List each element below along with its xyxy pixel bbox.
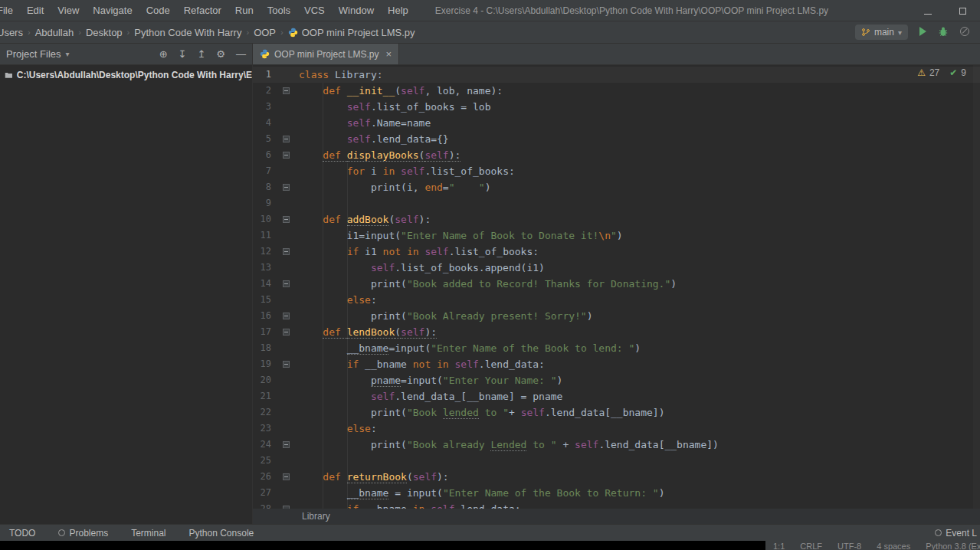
fold-icon[interactable] xyxy=(283,87,290,94)
line-number[interactable]: 23 xyxy=(253,421,271,437)
line-number[interactable]: 24 xyxy=(253,437,271,453)
fold-icon[interactable] xyxy=(283,248,290,255)
code-text[interactable]: i1=input("Enter Name of Book to Donate i… xyxy=(299,228,980,244)
code-line[interactable]: 22 print("Book lended to "+ self.lend_da… xyxy=(253,404,980,421)
code-text[interactable]: if __bname in self.lend_data: xyxy=(299,501,980,509)
indent-widget[interactable]: 4 spaces xyxy=(877,541,910,550)
line-number[interactable]: 14 xyxy=(253,276,271,292)
fold-icon[interactable] xyxy=(283,441,290,448)
gear-icon[interactable]: ⚙ xyxy=(216,48,225,60)
collapse-all-icon[interactable]: ↥ xyxy=(197,48,205,60)
line-number[interactable]: 21 xyxy=(253,388,271,404)
code-text[interactable]: def lendBook(self): xyxy=(299,324,980,340)
line-number[interactable]: 7 xyxy=(253,163,271,179)
menu-vcs[interactable]: VCS xyxy=(297,5,332,16)
fold-icon[interactable] xyxy=(283,506,290,509)
menu-edit[interactable]: Edit xyxy=(20,5,51,16)
problems-button[interactable]: Problems xyxy=(58,528,108,539)
code-line[interactable]: 1class Library: xyxy=(253,67,980,83)
code-line[interactable]: 16 print("Book Already present! Sorry!") xyxy=(253,308,980,324)
code-line[interactable]: 24 print("Book already Lended to " + sel… xyxy=(253,437,980,453)
fold-icon[interactable] xyxy=(283,136,290,142)
line-number[interactable]: 9 xyxy=(253,195,271,211)
chevron-down-icon[interactable]: ▾ xyxy=(66,50,70,58)
code-text[interactable]: print("Book added to Record! Thanks for … xyxy=(299,276,980,292)
code-text[interactable]: self.list_of_books = lob xyxy=(299,99,980,115)
line-number[interactable]: 5 xyxy=(253,131,271,147)
code-text[interactable]: self.Name=name xyxy=(299,115,980,131)
code-line[interactable]: 8 print(i, end=" ") xyxy=(253,179,980,195)
breadcrumb-class-library[interactable]: Library xyxy=(302,511,330,522)
encoding-widget[interactable]: UTF-8 xyxy=(837,541,861,550)
code-text[interactable]: self.lend_data={} xyxy=(299,131,980,147)
fold-icon[interactable] xyxy=(283,361,290,368)
close-icon[interactable]: × xyxy=(386,48,392,60)
line-number[interactable]: 16 xyxy=(253,308,271,324)
code-text[interactable]: class Library: xyxy=(299,67,980,83)
debug-button[interactable] xyxy=(938,26,949,39)
code-line[interactable]: 27 __bname = input("Enter Name of the Bo… xyxy=(253,485,980,501)
line-number[interactable]: 2 xyxy=(253,83,271,99)
line-number[interactable]: 26 xyxy=(253,469,271,485)
line-number[interactable]: 1 xyxy=(253,67,271,83)
python-console-button[interactable]: Python Console xyxy=(189,528,254,539)
line-separator-widget[interactable]: CRLF xyxy=(800,541,822,550)
code-line[interactable]: 11 i1=input("Enter Name of Book to Donat… xyxy=(253,228,980,244)
menu-help[interactable]: Help xyxy=(381,5,415,16)
code-line[interactable]: 3 self.list_of_books = lob xyxy=(253,99,980,115)
code-line[interactable]: 26 def returnBook(self): xyxy=(253,469,980,485)
line-number[interactable]: 28 xyxy=(253,501,271,509)
tab-oop-mini-project-lms[interactable]: OOP mini Project LMS.py × xyxy=(253,44,399,64)
code-line[interactable]: 25 xyxy=(253,453,980,469)
code-text[interactable] xyxy=(299,453,980,469)
caret-position-widget[interactable]: 1:1 xyxy=(773,541,785,550)
code-text[interactable]: self.lend_data_[__bname] = pname xyxy=(299,388,980,404)
code-text[interactable]: else: xyxy=(299,421,980,437)
fold-icon[interactable] xyxy=(283,329,290,336)
line-number[interactable]: 15 xyxy=(253,292,271,308)
code-text[interactable]: def displayBooks(self): xyxy=(299,147,980,163)
code-line[interactable]: 20 pname=input("Enter Your Name: ") xyxy=(253,372,980,388)
line-number[interactable]: 25 xyxy=(253,453,271,469)
menu-window[interactable]: Window xyxy=(332,5,381,16)
code-line[interactable]: 14 print("Book added to Record! Thanks f… xyxy=(253,276,980,292)
line-number[interactable]: 27 xyxy=(253,485,271,501)
line-number[interactable]: 4 xyxy=(253,115,271,131)
menu-refactor[interactable]: Refactor xyxy=(177,5,228,16)
code-line[interactable]: 9 xyxy=(253,195,980,211)
git-branch-selector[interactable]: main ▾ xyxy=(855,25,908,40)
line-number[interactable]: 17 xyxy=(253,324,271,340)
breadcrumb-current-file[interactable]: OOP mini Project LMS.py xyxy=(284,27,419,38)
line-number[interactable]: 6 xyxy=(253,147,271,163)
code-text[interactable]: print("Book lended to "+ self.lend_data[… xyxy=(299,404,980,421)
code-text[interactable]: __bname = input("Enter Name of the Book … xyxy=(299,485,980,501)
code-line[interactable]: 6 def displayBooks(self): xyxy=(253,147,980,163)
todo-button[interactable]: TODO xyxy=(9,528,35,539)
menu-run[interactable]: Run xyxy=(228,5,261,16)
fold-icon[interactable] xyxy=(283,152,290,159)
fold-icon[interactable] xyxy=(283,184,290,191)
menu-file[interactable]: File xyxy=(0,5,20,16)
code-line[interactable]: 12 if i1 not in self.list_of_books: xyxy=(253,244,980,260)
fold-icon[interactable] xyxy=(283,216,290,223)
line-number[interactable]: 20 xyxy=(253,372,271,388)
code-editor[interactable]: 1class Library:2 def __init__(self, lob,… xyxy=(253,65,980,509)
menu-navigate[interactable]: Navigate xyxy=(86,5,139,16)
locate-file-icon[interactable]: ⊕ xyxy=(159,48,168,60)
run-button[interactable] xyxy=(919,27,926,38)
inspections-widget[interactable]: ⚠ 27 ✔ 9 xyxy=(917,67,966,78)
event-log-button[interactable]: Event L xyxy=(935,528,977,539)
line-number[interactable]: 13 xyxy=(253,260,271,276)
breadcrumb-oop[interactable]: OOP xyxy=(250,27,280,38)
code-line[interactable]: 10 def addBook(self): xyxy=(253,211,980,228)
code-text[interactable]: for i in self.list_of_books: xyxy=(299,163,980,179)
line-number[interactable]: 22 xyxy=(253,404,271,421)
code-text[interactable]: print("Book already Lended to " + self.l… xyxy=(299,437,980,453)
menu-code[interactable]: Code xyxy=(139,5,177,16)
expand-all-icon[interactable]: ↧ xyxy=(179,48,187,60)
code-line[interactable]: 17 def lendBook(self): xyxy=(253,324,980,340)
profiler-button[interactable] xyxy=(960,27,969,38)
minimize-button[interactable] xyxy=(924,5,932,17)
fold-icon[interactable] xyxy=(283,473,290,480)
code-line[interactable]: 18 __bname=input("Enter Name of the Book… xyxy=(253,340,980,356)
